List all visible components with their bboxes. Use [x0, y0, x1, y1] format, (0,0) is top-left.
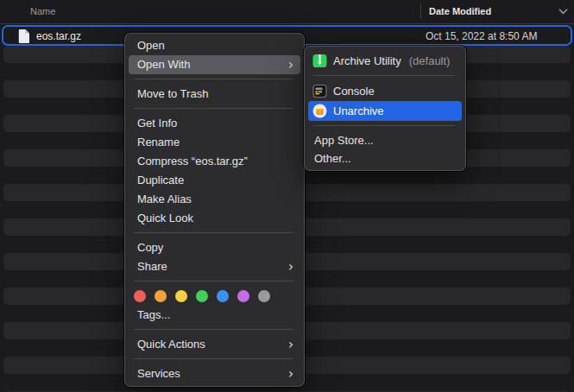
menu-item-label: Move to Trash	[137, 85, 208, 104]
tag-color-dot[interactable]	[134, 290, 146, 302]
file-date-modified: Oct 15, 2022 at 8:50 AM	[426, 30, 537, 42]
menu-item-label: Get Info	[137, 114, 177, 133]
menu-item-label: Tags...	[137, 306, 170, 325]
menu-item-open-with[interactable]: Open With ›	[129, 55, 300, 74]
menu-item-get-info[interactable]: Get Info	[125, 114, 304, 133]
menu-separator	[125, 325, 304, 335]
menu-item-quick-look[interactable]: Quick Look	[125, 209, 304, 228]
sort-direction-chevron-down-icon[interactable]	[558, 9, 568, 15]
menu-item-duplicate[interactable]: Duplicate	[125, 171, 304, 190]
submenu-item-label: Unarchive	[333, 104, 384, 117]
menu-item-rename[interactable]: Rename	[125, 133, 304, 152]
menu-item-label: Quick Actions	[137, 335, 205, 354]
submenu-item-label: Console	[333, 85, 375, 98]
context-menu: Open Open With › Move to Trash Get Info …	[124, 33, 305, 387]
chevron-right-icon: ›	[288, 364, 293, 383]
menu-item-label: Copy	[137, 238, 163, 257]
menu-separator	[305, 121, 465, 131]
open-with-submenu: Archive Utility (default) Console	[304, 46, 466, 171]
submenu-item-archive-utility[interactable]: Archive Utility (default)	[305, 50, 465, 71]
menu-item-open[interactable]: Open	[125, 36, 304, 55]
submenu-item-other[interactable]: Other...	[305, 149, 465, 168]
submenu-item-unarchive[interactable]: Unarchive	[308, 101, 462, 121]
tag-color-dot[interactable]	[258, 290, 270, 302]
menu-item-copy[interactable]: Copy	[125, 238, 304, 257]
tag-color-dot[interactable]	[175, 290, 187, 302]
menu-item-quick-actions[interactable]: Quick Actions ›	[125, 335, 304, 354]
submenu-item-label: Other...	[314, 152, 351, 165]
menu-item-label: Share	[137, 257, 167, 276]
submenu-item-label: Archive Utility	[333, 54, 401, 67]
default-app-suffix: (default)	[409, 54, 451, 67]
tag-color-dots	[125, 287, 304, 306]
submenu-item-app-store[interactable]: App Store...	[305, 131, 465, 149]
column-header-date-modified[interactable]: Date Modified	[429, 6, 491, 16]
chevron-right-icon: ›	[288, 257, 293, 276]
tag-color-dot[interactable]	[217, 290, 229, 302]
column-header-name[interactable]: Name	[30, 6, 55, 16]
chevron-right-icon: ›	[288, 335, 293, 354]
menu-item-label: Services	[137, 364, 180, 383]
tag-color-dot[interactable]	[237, 290, 249, 302]
menu-separator	[125, 74, 304, 85]
menu-separator	[125, 228, 304, 238]
submenu-item-console[interactable]: Console	[305, 81, 465, 101]
menu-item-share[interactable]: Share ›	[125, 257, 304, 276]
menu-item-label: Make Alias	[137, 190, 192, 209]
tag-color-dot[interactable]	[196, 290, 208, 302]
menu-item-label: Duplicate	[137, 171, 184, 190]
menu-item-make-alias[interactable]: Make Alias	[125, 190, 304, 209]
menu-item-label: Compress “eos.tar.gz”	[137, 152, 248, 171]
console-icon	[312, 84, 327, 98]
menu-item-label: Rename	[137, 133, 180, 152]
menu-item-move-to-trash[interactable]: Move to Trash	[125, 85, 304, 104]
chevron-right-icon: ›	[288, 55, 293, 74]
unarchive-icon	[312, 104, 327, 118]
finder-window: Name Date Modified eos.tar.gz Oct 15, 20…	[0, 0, 574, 392]
menu-separator	[125, 354, 304, 364]
menu-separator	[125, 276, 304, 287]
menu-item-label: Quick Look	[137, 209, 193, 228]
menu-separator	[125, 104, 304, 114]
menu-separator	[305, 71, 465, 81]
archive-utility-icon	[312, 54, 327, 68]
submenu-item-label: App Store...	[314, 134, 374, 147]
list-header: Name Date Modified	[0, 0, 574, 24]
document-file-icon	[18, 29, 29, 43]
column-divider[interactable]	[420, 4, 421, 19]
menu-item-label: Open With	[137, 55, 190, 74]
tag-color-dot[interactable]	[155, 290, 167, 302]
file-name: eos.tar.gz	[36, 30, 81, 42]
menu-item-compress[interactable]: Compress “eos.tar.gz”	[125, 152, 304, 171]
menu-item-tags[interactable]: Tags...	[125, 306, 304, 325]
menu-item-services[interactable]: Services ›	[125, 364, 304, 383]
menu-item-label: Open	[137, 36, 165, 55]
